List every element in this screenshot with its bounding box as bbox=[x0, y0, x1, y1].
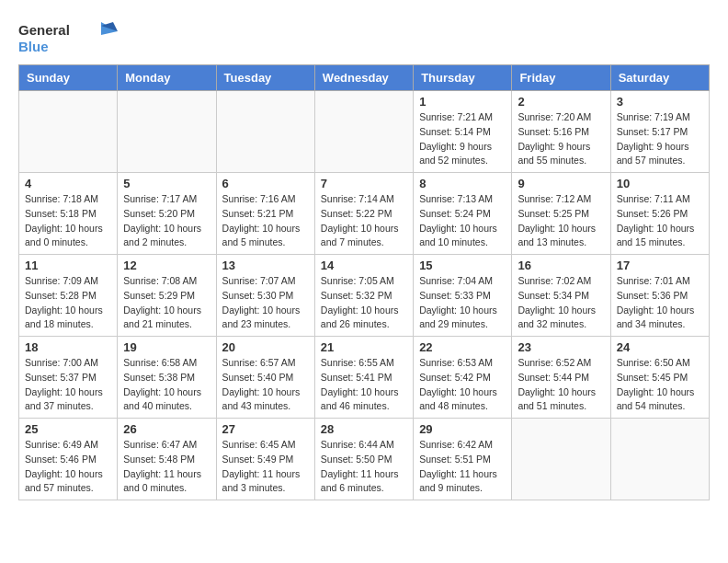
day-number: 28 bbox=[321, 422, 407, 436]
day-number: 26 bbox=[123, 422, 210, 436]
calendar-cell: 19Sunrise: 6:58 AM Sunset: 5:38 PM Dayli… bbox=[118, 337, 216, 419]
calendar-cell: 2Sunrise: 7:20 AM Sunset: 5:16 PM Daylig… bbox=[512, 91, 610, 173]
day-number: 24 bbox=[617, 340, 703, 354]
calendar-cell: 26Sunrise: 6:47 AM Sunset: 5:48 PM Dayli… bbox=[118, 419, 216, 500]
day-info: Sunrise: 7:20 AM Sunset: 5:16 PM Dayligh… bbox=[518, 110, 604, 168]
day-info: Sunrise: 6:58 AM Sunset: 5:38 PM Dayligh… bbox=[123, 356, 210, 414]
calendar-cell: 3Sunrise: 7:19 AM Sunset: 5:17 PM Daylig… bbox=[610, 91, 709, 173]
day-info: Sunrise: 7:16 AM Sunset: 5:21 PM Dayligh… bbox=[222, 192, 309, 250]
day-number: 25 bbox=[25, 422, 111, 436]
day-number: 19 bbox=[123, 340, 210, 354]
day-info: Sunrise: 6:50 AM Sunset: 5:45 PM Dayligh… bbox=[617, 356, 703, 414]
weekday-header-saturday: Saturday bbox=[610, 65, 709, 91]
day-number: 4 bbox=[25, 177, 111, 190]
calendar-cell: 11Sunrise: 7:09 AM Sunset: 5:28 PM Dayli… bbox=[19, 255, 118, 337]
day-info: Sunrise: 7:12 AM Sunset: 5:25 PM Dayligh… bbox=[518, 192, 604, 250]
day-info: Sunrise: 6:52 AM Sunset: 5:44 PM Dayligh… bbox=[518, 356, 604, 414]
day-info: Sunrise: 7:02 AM Sunset: 5:34 PM Dayligh… bbox=[518, 274, 604, 332]
calendar-cell: 10Sunrise: 7:11 AM Sunset: 5:26 PM Dayli… bbox=[610, 173, 709, 255]
day-number: 16 bbox=[518, 259, 604, 272]
calendar-cell: 25Sunrise: 6:49 AM Sunset: 5:46 PM Dayli… bbox=[19, 419, 118, 500]
day-number: 18 bbox=[25, 340, 111, 354]
day-number: 14 bbox=[321, 259, 407, 272]
day-number: 1 bbox=[419, 95, 506, 109]
day-info: Sunrise: 7:13 AM Sunset: 5:24 PM Dayligh… bbox=[419, 192, 506, 250]
week-row-4: 18Sunrise: 7:00 AM Sunset: 5:37 PM Dayli… bbox=[19, 337, 710, 419]
day-info: Sunrise: 6:55 AM Sunset: 5:41 PM Dayligh… bbox=[321, 356, 407, 414]
weekday-header-tuesday: Tuesday bbox=[216, 65, 314, 91]
day-number: 20 bbox=[222, 340, 309, 354]
day-info: Sunrise: 6:44 AM Sunset: 5:50 PM Dayligh… bbox=[321, 438, 407, 496]
weekday-header-sunday: Sunday bbox=[19, 65, 118, 91]
calendar-cell: 20Sunrise: 6:57 AM Sunset: 5:40 PM Dayli… bbox=[216, 337, 314, 419]
calendar-cell: 15Sunrise: 7:04 AM Sunset: 5:33 PM Dayli… bbox=[414, 255, 512, 337]
day-info: Sunrise: 6:49 AM Sunset: 5:46 PM Dayligh… bbox=[25, 438, 111, 496]
weekday-header-row: SundayMondayTuesdayWednesdayThursdayFrid… bbox=[19, 65, 710, 91]
calendar-cell: 16Sunrise: 7:02 AM Sunset: 5:34 PM Dayli… bbox=[512, 255, 610, 337]
day-number: 12 bbox=[123, 259, 210, 272]
day-info: Sunrise: 6:57 AM Sunset: 5:40 PM Dayligh… bbox=[222, 356, 309, 414]
calendar-cell: 22Sunrise: 6:53 AM Sunset: 5:42 PM Dayli… bbox=[414, 337, 512, 419]
calendar-cell: 9Sunrise: 7:12 AM Sunset: 5:25 PM Daylig… bbox=[512, 173, 610, 255]
day-info: Sunrise: 7:19 AM Sunset: 5:17 PM Dayligh… bbox=[617, 110, 703, 168]
svg-text:General: General bbox=[18, 22, 70, 38]
day-info: Sunrise: 7:09 AM Sunset: 5:28 PM Dayligh… bbox=[25, 274, 111, 332]
day-info: Sunrise: 7:04 AM Sunset: 5:33 PM Dayligh… bbox=[419, 274, 506, 332]
day-number: 17 bbox=[617, 259, 703, 272]
day-number: 2 bbox=[518, 95, 604, 109]
day-number: 15 bbox=[419, 259, 506, 272]
page-container: General Blue SundayMondayTuesdayWednesda… bbox=[0, 0, 728, 510]
calendar-cell: 29Sunrise: 6:42 AM Sunset: 5:51 PM Dayli… bbox=[414, 419, 512, 500]
day-info: Sunrise: 6:42 AM Sunset: 5:51 PM Dayligh… bbox=[419, 438, 506, 496]
day-number: 10 bbox=[617, 177, 703, 190]
day-number: 11 bbox=[25, 259, 111, 272]
day-number: 5 bbox=[123, 177, 210, 190]
calendar-cell: 27Sunrise: 6:45 AM Sunset: 5:49 PM Dayli… bbox=[216, 419, 314, 500]
day-number: 23 bbox=[518, 340, 604, 354]
logo-svg: General Blue bbox=[18, 18, 119, 57]
calendar-cell: 13Sunrise: 7:07 AM Sunset: 5:30 PM Dayli… bbox=[216, 255, 314, 337]
calendar-cell: 23Sunrise: 6:52 AM Sunset: 5:44 PM Dayli… bbox=[512, 337, 610, 419]
day-info: Sunrise: 7:21 AM Sunset: 5:14 PM Dayligh… bbox=[419, 110, 506, 168]
day-info: Sunrise: 7:07 AM Sunset: 5:30 PM Dayligh… bbox=[222, 274, 309, 332]
weekday-header-thursday: Thursday bbox=[414, 65, 512, 91]
day-number: 3 bbox=[617, 95, 703, 109]
calendar-cell: 18Sunrise: 7:00 AM Sunset: 5:37 PM Dayli… bbox=[19, 337, 118, 419]
calendar-cell: 6Sunrise: 7:16 AM Sunset: 5:21 PM Daylig… bbox=[216, 173, 314, 255]
week-row-2: 4Sunrise: 7:18 AM Sunset: 5:18 PM Daylig… bbox=[19, 173, 710, 255]
day-info: Sunrise: 7:18 AM Sunset: 5:18 PM Dayligh… bbox=[25, 192, 111, 250]
day-info: Sunrise: 6:47 AM Sunset: 5:48 PM Dayligh… bbox=[123, 438, 210, 496]
calendar-cell: 4Sunrise: 7:18 AM Sunset: 5:18 PM Daylig… bbox=[19, 173, 118, 255]
header: General Blue bbox=[18, 18, 710, 57]
weekday-header-friday: Friday bbox=[512, 65, 610, 91]
day-number: 21 bbox=[321, 340, 407, 354]
day-number: 6 bbox=[222, 177, 309, 190]
calendar-cell bbox=[314, 91, 413, 173]
day-number: 7 bbox=[321, 177, 407, 190]
weekday-header-wednesday: Wednesday bbox=[314, 65, 413, 91]
day-info: Sunrise: 6:45 AM Sunset: 5:49 PM Dayligh… bbox=[222, 438, 309, 496]
week-row-5: 25Sunrise: 6:49 AM Sunset: 5:46 PM Dayli… bbox=[19, 419, 710, 500]
calendar-cell: 28Sunrise: 6:44 AM Sunset: 5:50 PM Dayli… bbox=[314, 419, 413, 500]
day-info: Sunrise: 7:08 AM Sunset: 5:29 PM Dayligh… bbox=[123, 274, 210, 332]
day-info: Sunrise: 7:00 AM Sunset: 5:37 PM Dayligh… bbox=[25, 356, 111, 414]
day-number: 22 bbox=[419, 340, 506, 354]
calendar-cell: 5Sunrise: 7:17 AM Sunset: 5:20 PM Daylig… bbox=[118, 173, 216, 255]
day-info: Sunrise: 6:53 AM Sunset: 5:42 PM Dayligh… bbox=[419, 356, 506, 414]
calendar-cell: 8Sunrise: 7:13 AM Sunset: 5:24 PM Daylig… bbox=[414, 173, 512, 255]
day-number: 27 bbox=[222, 422, 309, 436]
calendar-cell bbox=[216, 91, 314, 173]
day-number: 29 bbox=[419, 422, 506, 436]
calendar-table: SundayMondayTuesdayWednesdayThursdayFrid… bbox=[18, 64, 710, 500]
calendar-cell: 21Sunrise: 6:55 AM Sunset: 5:41 PM Dayli… bbox=[314, 337, 413, 419]
calendar-cell bbox=[512, 419, 610, 500]
calendar-cell: 17Sunrise: 7:01 AM Sunset: 5:36 PM Dayli… bbox=[610, 255, 709, 337]
day-number: 13 bbox=[222, 259, 309, 272]
week-row-1: 1Sunrise: 7:21 AM Sunset: 5:14 PM Daylig… bbox=[19, 91, 710, 173]
calendar-cell: 1Sunrise: 7:21 AM Sunset: 5:14 PM Daylig… bbox=[414, 91, 512, 173]
svg-text:Blue: Blue bbox=[18, 39, 49, 54]
day-info: Sunrise: 7:11 AM Sunset: 5:26 PM Dayligh… bbox=[617, 192, 703, 250]
day-info: Sunrise: 7:14 AM Sunset: 5:22 PM Dayligh… bbox=[321, 192, 407, 250]
day-number: 9 bbox=[518, 177, 604, 190]
weekday-header-monday: Monday bbox=[118, 65, 216, 91]
